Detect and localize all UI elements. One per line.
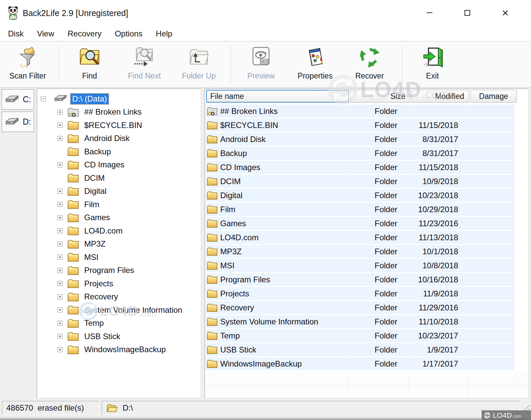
tree-item-windowsimagebackup[interactable]: +WindowsImageBackup	[37, 343, 201, 357]
column-header-damage[interactable]: Damage	[471, 90, 517, 103]
file-damage-cell	[468, 357, 515, 370]
file-name-cell: CD Images	[205, 161, 349, 174]
expand-icon[interactable]: +	[57, 321, 62, 326]
file-row-projects[interactable]: ProjectsFolder11/9/2018	[205, 287, 528, 301]
tree-item-label: Film	[83, 199, 101, 210]
expand-icon[interactable]: +	[57, 228, 62, 233]
tree-item-usb-stick[interactable]: +USB Stick	[37, 330, 201, 343]
file-row-games[interactable]: GamesFolder11/23/2016	[205, 217, 528, 231]
filler-cell	[515, 133, 528, 146]
expand-icon[interactable]: +	[57, 123, 62, 128]
file-row-lo4d-com[interactable]: LO4D.comFolder11/13/2018	[205, 231, 528, 245]
toolbar-button-exit[interactable]: Exit	[407, 44, 457, 85]
file-name-cell: Games	[205, 217, 349, 230]
tree-item-temp[interactable]: +Temp	[37, 317, 201, 330]
file-row-broken-links[interactable]: ## Broken LinksFolder	[205, 105, 528, 119]
file-row-android-disk[interactable]: Android DiskFolder8/31/2017	[205, 133, 528, 147]
expand-icon[interactable]: +	[57, 162, 62, 167]
column-header-size[interactable]: Size	[350, 90, 410, 103]
expand-icon[interactable]: +	[57, 281, 62, 286]
expand-icon[interactable]: +	[57, 242, 62, 247]
tree-item-recycle-bin[interactable]: +$RECYCLE.BIN	[37, 119, 201, 132]
expand-icon[interactable]: +	[57, 189, 62, 194]
file-row-film[interactable]: FilmFolder10/29/2018	[205, 203, 528, 217]
tree-item-backup[interactable]: Backup	[37, 145, 201, 158]
file-damage-cell	[468, 203, 515, 216]
file-name-cell: $RECYCLE.BIN	[205, 119, 349, 132]
tree-item-d-data[interactable]: −D:\ (Data)	[37, 92, 201, 106]
column-header-file-name[interactable]: File name	[206, 90, 349, 103]
minimize-button[interactable]	[415, 3, 444, 23]
expand-icon[interactable]: +	[57, 268, 62, 273]
expand-icon[interactable]: +	[57, 255, 62, 260]
expand-icon[interactable]: +	[57, 215, 62, 220]
empty-cell	[515, 371, 528, 385]
file-row-digital[interactable]: DigitalFolder10/23/2018	[205, 189, 528, 203]
badge-suffix: .com	[512, 414, 521, 419]
expand-icon[interactable]: +	[57, 202, 62, 207]
tree-item-mp3z[interactable]: +MP3Z	[37, 238, 201, 251]
expand-icon[interactable]: +	[57, 294, 62, 299]
file-row-backup[interactable]: BackupFolder8/31/2017	[205, 147, 528, 161]
file-row-cd-images[interactable]: CD ImagesFolder11/15/2018	[205, 161, 528, 175]
drive-button-c[interactable]: C:	[2, 89, 34, 110]
file-row-program-files[interactable]: Program FilesFolder10/16/2018	[205, 273, 528, 287]
tree-item-label: CD Images	[83, 159, 126, 170]
file-row-recycle-bin[interactable]: $RECYCLE.BINFolder11/15/2018	[205, 119, 528, 133]
file-row-mp3z[interactable]: MP3ZFolder10/1/2018	[205, 245, 528, 259]
file-row-temp[interactable]: TempFolder10/23/2017	[205, 329, 528, 343]
toolbar-button-scan-filter[interactable]: Scan Filter	[3, 44, 53, 85]
file-row-dcim[interactable]: DCIMFolder10/9/2018	[205, 175, 528, 189]
tree-item-broken-links[interactable]: +## Broken Links	[37, 106, 201, 119]
tree-item-label: Program Files	[83, 265, 136, 276]
tree-item-android-disk[interactable]: +Android Disk	[37, 132, 201, 145]
toolbar-button-recover[interactable]: Recover	[345, 44, 395, 85]
expand-icon[interactable]: +	[57, 110, 62, 115]
toolbar-button-find[interactable]: Find	[64, 44, 115, 85]
column-header-modified[interactable]: Modified	[412, 90, 469, 103]
menu-item-options[interactable]: Options	[108, 26, 149, 41]
file-row-windowsimagebackup[interactable]: WindowsImageBackupFolder1/17/2017	[205, 357, 528, 371]
tree-item-system-volume-information[interactable]: +System Volume Information	[37, 303, 201, 317]
file-damage-cell	[468, 245, 515, 258]
close-button[interactable]: ×	[491, 3, 520, 23]
file-damage-cell	[468, 175, 515, 188]
file-damage-cell	[468, 287, 515, 300]
file-row-system-volume-information[interactable]: System Volume InformationFolder11/10/201…	[205, 315, 528, 329]
toolbar-button-properties[interactable]: Properties	[290, 44, 340, 85]
expand-icon[interactable]: +	[57, 307, 62, 312]
toolbar-button-label: Find	[64, 72, 115, 81]
tree-item-program-files[interactable]: +Program Files	[37, 264, 201, 277]
folder-icon	[67, 160, 79, 170]
file-list-panel: File nameSizeModifiedDamage ## Broken Li…	[205, 89, 529, 398]
find-next-icon	[134, 46, 155, 67]
file-row-recovery[interactable]: RecoveryFolder11/29/2016	[205, 301, 528, 315]
drive-button-d[interactable]: D:	[2, 112, 34, 132]
file-modified-cell: 11/13/2018	[409, 231, 468, 244]
tree-item-dcim[interactable]: DCIM	[37, 171, 201, 185]
tree-item-games[interactable]: +Games	[37, 211, 201, 225]
maximize-button[interactable]	[453, 3, 482, 23]
collapse-icon[interactable]: −	[41, 96, 46, 101]
tree-item-msi[interactable]: +MSI	[37, 251, 201, 264]
menu-item-disk[interactable]: Disk	[1, 26, 30, 41]
expand-icon[interactable]: +	[57, 347, 62, 352]
tree-item-digital[interactable]: +Digital	[37, 185, 201, 198]
file-row-msi[interactable]: MSIFolder10/8/2018	[205, 259, 528, 273]
menu-item-view[interactable]: View	[30, 26, 61, 41]
tree-item-recovery[interactable]: +Recovery	[37, 290, 201, 304]
badge-text: LO4D	[493, 411, 512, 419]
expand-icon[interactable]: +	[57, 136, 62, 141]
menu-item-help[interactable]: Help	[149, 26, 179, 41]
file-name-label: LO4D.com	[220, 233, 259, 242]
tree-item-cd-images[interactable]: +CD Images	[37, 158, 201, 172]
tree-item-projects[interactable]: +Projects	[37, 277, 201, 290]
expand-icon[interactable]: +	[57, 334, 62, 339]
toolbar-button-label: Find Next	[119, 72, 169, 81]
tree-item-lo4d-com[interactable]: +LO4D.com	[37, 224, 201, 238]
file-row-usb-stick[interactable]: USB StickFolder1/9/2017	[205, 343, 528, 357]
folder-icon	[67, 213, 79, 223]
menu-item-recovery[interactable]: Recovery	[61, 26, 108, 41]
file-damage-cell	[468, 161, 515, 174]
tree-item-film[interactable]: +Film	[37, 198, 201, 211]
